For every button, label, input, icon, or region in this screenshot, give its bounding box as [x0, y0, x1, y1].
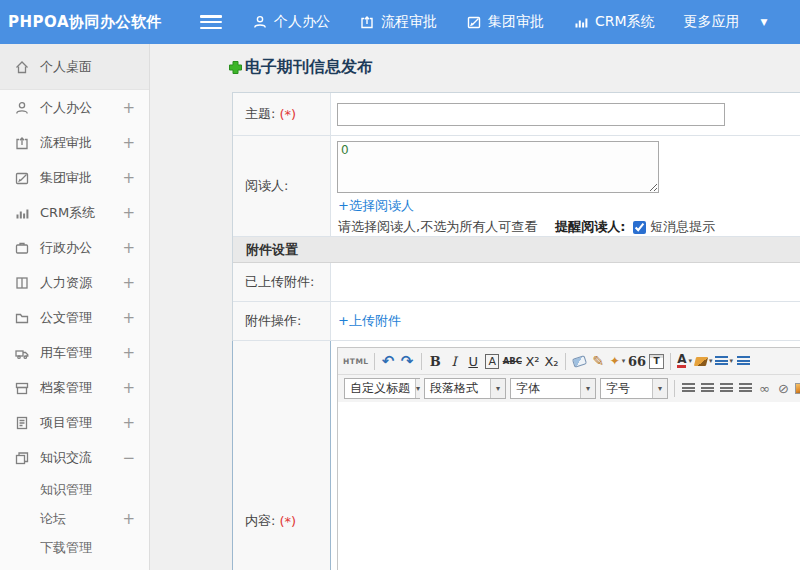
sidebar-item-hr[interactable]: 人力资源 +	[0, 265, 149, 300]
justify-icon	[739, 383, 752, 394]
paragraph-format-dropdown[interactable]: 段落格式▾	[424, 378, 506, 399]
expand-plus-icon[interactable]: +	[122, 274, 135, 292]
font-family-dropdown[interactable]: 字体▾	[510, 378, 596, 399]
content-row: 内容: (*) HTML ↶ ↷ B I U A	[232, 341, 800, 570]
readers-value-cell: 0 +选择阅读人 请选择阅读人,不选为所有人可查看 提醒阅读人: 短消息提示	[331, 136, 800, 236]
unlink-button[interactable]: ⊘	[775, 378, 792, 399]
topnav-workflow-approval[interactable]: 流程审批	[359, 13, 437, 31]
expand-plus-icon[interactable]: +	[122, 239, 135, 257]
hamburger-menu-icon[interactable]	[200, 15, 222, 29]
expand-plus-icon[interactable]: +	[122, 344, 135, 362]
font-color-button[interactable]: A▾	[676, 351, 693, 372]
format-brush-button[interactable]: ✎	[590, 351, 607, 372]
underline-button[interactable]: U	[465, 351, 482, 372]
wand-icon: ✦	[610, 354, 620, 368]
sidebar-item-workflow-approval[interactable]: 流程审批 +	[0, 125, 149, 160]
select-readers-link[interactable]: +选择阅读人	[338, 197, 800, 215]
sidebar-subitem-forum[interactable]: 论坛 +	[0, 504, 149, 533]
edit-icon	[14, 170, 30, 186]
sms-notify-label: 短消息提示	[650, 218, 715, 236]
publish-form: 主题: (*) 阅读人: 0 +选择阅读人 请选择阅读人,不选为所有人可查看 提…	[232, 92, 800, 570]
sms-notify-checkbox[interactable]	[633, 221, 646, 234]
topnav-crm[interactable]: CRM系统	[573, 13, 655, 31]
app-logo: PHPOA协同办公软件	[0, 13, 200, 32]
sidebar-subitem-download-mgmt[interactable]: 下载管理	[0, 533, 149, 562]
table-button[interactable]: T	[648, 351, 665, 372]
chart-icon	[573, 14, 589, 30]
ordered-list-button[interactable]: ▾	[715, 351, 734, 372]
link-button[interactable]: ∞	[756, 378, 773, 399]
sidebar-item-label: 个人办公	[40, 99, 122, 117]
sidebar-item-label: 集团审批	[40, 169, 122, 187]
readers-hint-line: 请选择阅读人,不选为所有人可查看 提醒阅读人: 短消息提示	[338, 218, 800, 236]
sidebar-subitem-public-cabinet[interactable]: 公共文件柜	[0, 562, 149, 570]
expand-plus-icon[interactable]: +	[122, 134, 135, 152]
font-color-icon: A	[677, 354, 686, 368]
sidebar-item-label: 用车管理	[40, 344, 122, 362]
topnav-label: 集团审批	[488, 13, 544, 31]
expand-plus-icon[interactable]: +	[122, 379, 135, 397]
sidebar-item-project-mgmt[interactable]: 项目管理 +	[0, 405, 149, 440]
collapse-minus-icon[interactable]: −	[122, 449, 135, 467]
align-right-button[interactable]	[718, 378, 735, 399]
html-source-button[interactable]: HTML	[343, 351, 369, 372]
eraser-button[interactable]	[571, 351, 588, 372]
sidebar-item-vehicle-mgmt[interactable]: 用车管理 +	[0, 335, 149, 370]
strikethrough-button[interactable]: ABC	[503, 351, 522, 372]
sidebar-item-personal-office[interactable]: 个人办公 +	[0, 90, 149, 125]
editor-content-area[interactable]	[338, 402, 800, 570]
sidebar-item-document-mgmt[interactable]: 公文管理 +	[0, 300, 149, 335]
italic-button[interactable]: I	[446, 351, 463, 372]
readers-textarea[interactable]: 0	[337, 141, 659, 193]
user-icon	[14, 100, 30, 116]
dropdown-label: 字号	[601, 380, 652, 397]
expand-plus-icon[interactable]: +	[122, 309, 135, 327]
sidebar-item-crm[interactable]: CRM系统 +	[0, 195, 149, 230]
char-border-button[interactable]: A	[485, 354, 499, 369]
sidebar-item-label: CRM系统	[40, 204, 122, 222]
uploaded-label: 已上传附件:	[245, 273, 314, 291]
image-button[interactable]	[794, 378, 800, 399]
expand-plus-icon[interactable]: +	[122, 510, 135, 528]
topnav-group-approval[interactable]: 集团审批	[466, 13, 544, 31]
topnav-more-apps[interactable]: 更多应用	[684, 13, 740, 31]
sidebar-item-label: 公文管理	[40, 309, 122, 327]
topnav-label: 个人办公	[274, 13, 330, 31]
bold-button[interactable]: B	[427, 351, 444, 372]
expand-plus-icon[interactable]: +	[122, 414, 135, 432]
content-value-cell: HTML ↶ ↷ B I U A ABC X² X₂ ✎	[331, 341, 800, 570]
upload-attachment-link[interactable]: +上传附件	[338, 312, 401, 330]
chevron-down-icon[interactable]: ▼	[761, 17, 768, 27]
heading-dropdown[interactable]: 自定义标题▾	[344, 378, 420, 399]
unordered-list-button[interactable]	[735, 351, 752, 372]
layers-icon	[14, 450, 30, 466]
expand-plus-icon[interactable]: +	[122, 99, 135, 117]
subject-input[interactable]	[337, 103, 725, 126]
redo-button[interactable]: ↷	[399, 351, 416, 372]
sidebar-item-archive-mgmt[interactable]: 档案管理 +	[0, 370, 149, 405]
sidebar-item-personal-desktop[interactable]: 个人桌面	[0, 44, 149, 90]
highlight-button[interactable]: ▾	[695, 351, 713, 372]
blockquote-button[interactable]: 66	[628, 351, 646, 372]
expand-plus-icon[interactable]: +	[122, 169, 135, 187]
sidebar-subitem-knowledge-mgmt[interactable]: 知识管理	[0, 475, 149, 504]
sidebar-item-label: 项目管理	[40, 414, 122, 432]
sidebar-item-knowledge-exchange[interactable]: 知识交流 −	[0, 440, 149, 475]
topnav-label: CRM系统	[595, 13, 655, 31]
sidebar-item-group-approval[interactable]: 集团审批 +	[0, 160, 149, 195]
justify-button[interactable]	[737, 378, 754, 399]
topnav-personal-office[interactable]: 个人办公	[252, 13, 330, 31]
subscript-button[interactable]: X₂	[543, 351, 560, 372]
dropdown-label: 自定义标题	[345, 380, 415, 397]
sidebar-item-admin-office[interactable]: 行政办公 +	[0, 230, 149, 265]
actions-label-cell: 附件操作:	[233, 302, 331, 340]
sidebar: 个人桌面 个人办公 + 流程审批 + 集团审批 + CRM系统 + 行政办公 +…	[0, 44, 150, 570]
align-left-button[interactable]	[680, 378, 697, 399]
superscript-button[interactable]: X²	[524, 351, 541, 372]
magic-wand-button[interactable]: ✦▾	[609, 351, 626, 372]
align-center-button[interactable]	[699, 378, 716, 399]
page-title: 电子期刊信息发布	[245, 57, 373, 78]
font-size-dropdown[interactable]: 字号▾	[600, 378, 668, 399]
expand-plus-icon[interactable]: +	[122, 204, 135, 222]
undo-button[interactable]: ↶	[380, 351, 397, 372]
